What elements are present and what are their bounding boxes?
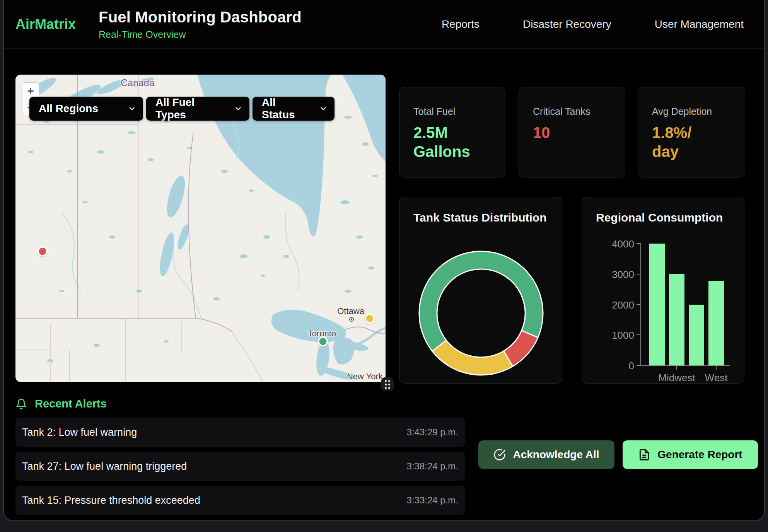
x-axis-line [640, 365, 730, 366]
region-filter-value: All Regions [39, 102, 98, 115]
map-marker-normal[interactable] [318, 336, 328, 347]
app-header: AirMatrix Fuel Monitoring Dashboard Real… [4, 0, 764, 49]
nav-item-disaster-recovery[interactable]: Disaster Recovery [523, 18, 611, 31]
alert-timestamp: 3:33:24 p.m. [407, 495, 458, 506]
stat-value-critical-tanks: 10 [533, 123, 611, 142]
tank-status-chart-card: Tank Status Distribution [399, 197, 562, 384]
chevron-down-icon [234, 104, 242, 113]
generate-report-button[interactable]: Generate Report [623, 440, 758, 469]
y-axis-tick-label: 2000 [582, 299, 634, 311]
alert-row[interactable]: Tank 15: Pressure threshold exceeded 3:3… [15, 486, 465, 515]
donut-chart-title: Tank Status Distribution [413, 211, 546, 224]
stat-value-total-fuel: 2.5M Gallons [413, 123, 491, 161]
check-circle-icon [493, 448, 506, 461]
map-filter-bar: All Regions All Fuel Types All Status [29, 97, 335, 121]
y-axis-tick-label: 3000 [582, 269, 634, 281]
nav-item-user-management[interactable]: User Management [655, 18, 744, 31]
acknowledge-all-button[interactable]: Acknowledge All [478, 440, 614, 469]
stat-card-total-fuel: Total Fuel 2.5M Gallons [399, 87, 505, 177]
y-axis-line [640, 243, 641, 366]
y-axis-tick-mark [637, 274, 640, 275]
x-axis-tick-label: West [689, 372, 743, 384]
donut-chart [415, 247, 547, 379]
region-filter-dropdown[interactable]: All Regions [29, 97, 143, 121]
map-label-ottawa: Ottawa [337, 306, 364, 316]
map-marker-warning[interactable] [364, 314, 375, 324]
status-filter-value: All Status [262, 96, 309, 121]
stat-label: Critical Tanks [533, 106, 611, 117]
alert-timestamp: 3:38:24 p.m. [407, 461, 458, 472]
map-label-new-york: New York [347, 372, 383, 382]
stat-label: Avg Depletion [652, 106, 731, 117]
y-axis-tick-mark [637, 304, 640, 305]
map-label-canada: Canada [121, 77, 155, 88]
alert-row[interactable]: Tank 27: Low fuel warning triggered 3:38… [15, 452, 465, 481]
map-marker-critical[interactable] [37, 246, 48, 257]
map-canvas[interactable]: CanadaOttawaTorontoNew York + − All Regi… [15, 75, 386, 382]
y-axis-tick-mark [637, 334, 640, 335]
map-resize-handle[interactable] [381, 377, 394, 391]
y-axis-tick-label: 1000 [582, 329, 634, 341]
page-subtitle: Real-Time Overview [99, 29, 302, 40]
stat-card-avg-depletion: Avg Depletion 1.8%/ day [638, 87, 745, 177]
regional-consumption-chart-card: Regional Consumption 01000200030004000Mi… [582, 197, 744, 384]
x-axis-tick-mark [676, 366, 677, 370]
fuel-type-filter-dropdown[interactable]: All Fuel Types [146, 97, 249, 121]
chevron-down-icon [128, 104, 136, 113]
bell-icon [15, 398, 27, 410]
status-filter-dropdown[interactable]: All Status [253, 97, 335, 121]
title-block: Fuel Monitoring Dashboard Real-Time Over… [99, 9, 302, 40]
donut-segment-warning [432, 340, 513, 375]
stat-value-avg-depletion: 1.8%/ day [652, 123, 731, 161]
y-axis-tick-label: 4000 [582, 238, 634, 250]
bar-midwest [669, 274, 684, 365]
generate-report-label: Generate Report [657, 448, 742, 461]
alert-row[interactable]: Tank 2: Low fuel warning 3:43:29 p.m. [15, 418, 465, 447]
alerts-title: Recent Alerts [35, 397, 107, 410]
city-marker-ottawa [349, 317, 354, 322]
chevron-down-icon [319, 104, 328, 113]
page-title: Fuel Monitoring Dashboard [99, 9, 302, 26]
fuel-type-filter-value: All Fuel Types [155, 96, 224, 121]
y-axis-tick-mark [637, 365, 640, 366]
bar-region-3 [689, 305, 704, 366]
alerts-header: Recent Alerts [15, 397, 107, 410]
bar-chart: 01000200030004000MidwestWest [582, 197, 744, 383]
nav-item-reports[interactable]: Reports [442, 18, 480, 31]
main-nav: Reports Disaster Recovery User Managemen… [442, 0, 744, 48]
bar-west [708, 281, 724, 365]
acknowledge-all-label: Acknowledge All [513, 448, 599, 461]
bar-region-1 [649, 244, 665, 365]
alert-message: Tank 27: Low fuel warning triggered [22, 460, 187, 472]
stat-label: Total Fuel [413, 106, 491, 117]
alert-timestamp: 3:43:29 p.m. [407, 427, 458, 438]
brand-logo: AirMatrix [4, 16, 99, 32]
alert-message: Tank 15: Pressure threshold exceeded [22, 494, 200, 506]
alert-message: Tank 2: Low fuel warning [22, 426, 137, 438]
y-axis-tick-label: 0 [582, 360, 634, 372]
dashboard-window: AirMatrix Fuel Monitoring Dashboard Real… [3, 0, 765, 521]
file-text-icon [638, 448, 650, 461]
x-axis-tick-mark [716, 366, 717, 370]
y-axis-tick-mark [637, 243, 640, 244]
stat-card-critical-tanks: Critical Tanks 10 [519, 87, 625, 177]
